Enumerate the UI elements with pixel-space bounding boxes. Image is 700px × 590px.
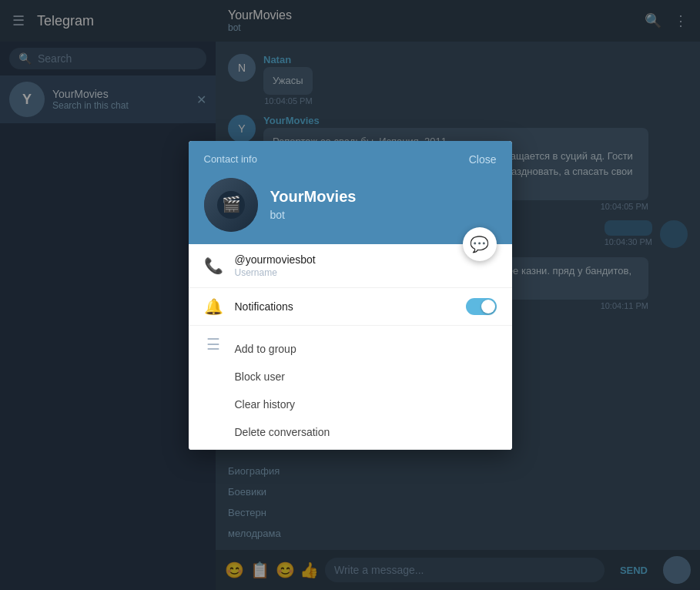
phone-icon: 📞 <box>204 256 223 275</box>
modal-close-button[interactable]: Close <box>469 153 497 166</box>
modal-chat-button[interactable]: 💬 <box>463 227 497 261</box>
svg-text:🎬: 🎬 <box>221 195 240 213</box>
notifications-label: Notifications <box>235 300 454 313</box>
modal-actions-section: ☰ Add to group Block user Clear history … <box>189 326 512 450</box>
bell-icon: 🔔 <box>204 297 223 316</box>
toggle-knob <box>481 300 495 313</box>
actions-content: Add to group Block user Clear history De… <box>235 335 497 446</box>
modal-profile: 🎬 YourMovies bot <box>204 178 497 232</box>
modal-section-content: @yourmoviesbot Username <box>235 253 497 278</box>
avatar-art-icon: 🎬 <box>216 189 246 220</box>
app-container: ☰ Telegram 🔍 Y YourMovies Search in this… <box>0 0 700 590</box>
modal-username-section: 📞 @yourmoviesbot Username <box>189 244 512 288</box>
avatar-inner: 🎬 <box>204 178 258 232</box>
modal-profile-info: YourMovies bot <box>270 188 357 221</box>
modal-header-top: Contact info Close <box>204 153 497 166</box>
modal-header: Contact info Close 🎬 <box>189 141 512 244</box>
delete-conversation-button[interactable]: Delete conversation <box>235 418 497 446</box>
notifications-content: Notifications <box>235 300 454 313</box>
menu-icon: ☰ <box>204 335 223 354</box>
block-user-button[interactable]: Block user <box>235 363 497 391</box>
modal-header-title: Contact info <box>204 153 257 166</box>
contact-info-modal: Contact info Close 🎬 <box>189 141 512 450</box>
username-label: Username <box>235 267 497 278</box>
chat-bubble-icon: 💬 <box>470 235 489 253</box>
modal-profile-role: bot <box>270 209 357 221</box>
username-value: @yourmoviesbot <box>235 253 497 266</box>
modal-profile-name: YourMovies <box>270 188 357 206</box>
add-to-group-button[interactable]: Add to group <box>235 335 497 363</box>
notifications-toggle[interactable] <box>466 298 497 315</box>
modal-avatar: 🎬 <box>204 178 258 232</box>
modal-notifications-section: 🔔 Notifications <box>189 288 512 326</box>
modal-overlay[interactable]: Contact info Close 🎬 <box>0 0 700 590</box>
modal-body: 📞 @yourmoviesbot Username 🔔 Notification… <box>189 244 512 450</box>
clear-history-button[interactable]: Clear history <box>235 391 497 418</box>
